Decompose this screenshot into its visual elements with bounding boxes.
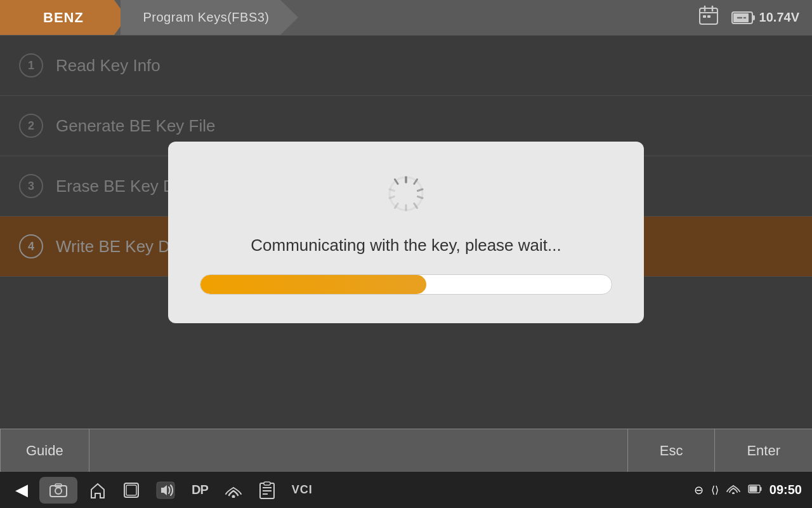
svg-rect-36 (749, 486, 757, 492)
system-time: 09:50 (769, 483, 802, 497)
svg-rect-26 (126, 485, 136, 495)
svg-rect-5 (707, 15, 710, 18)
progress-fill (200, 275, 426, 294)
system-status: ⊖ ⟨⟩ 09:50 (694, 483, 802, 497)
battery-status: 10.74V (731, 10, 799, 25)
guide-button[interactable]: Guide (0, 429, 89, 472)
sys-battery-icon (748, 483, 762, 497)
top-bar: BENZ Program Keys(FBS3) 10. (0, 0, 812, 35)
wifi-icon (726, 483, 740, 497)
svg-point-34 (732, 492, 735, 494)
code-icon: ⟨⟩ (711, 484, 719, 496)
modal-overlay: Communicating with the key, please wait.… (0, 36, 812, 429)
loading-spinner (386, 173, 426, 217)
tab-program-keys[interactable]: Program Keys(FBS3) (121, 0, 298, 35)
svg-rect-33 (264, 482, 270, 485)
svg-point-28 (232, 495, 235, 498)
svg-rect-8 (752, 15, 755, 20)
recents-button[interactable] (118, 482, 145, 498)
svg-rect-4 (703, 15, 706, 18)
home-button[interactable] (84, 481, 112, 499)
modal-box: Communicating with the key, please wait.… (168, 142, 644, 323)
top-right-status: 10.74V (698, 5, 812, 30)
battery-icon (731, 11, 756, 25)
enter-button[interactable]: Enter (714, 429, 812, 472)
tab-benz[interactable]: BENZ (0, 0, 127, 35)
dp-button[interactable]: DP (187, 483, 213, 497)
bottom-toolbar: Guide Esc Enter (0, 429, 812, 472)
screenshot-button[interactable] (39, 477, 77, 504)
system-bar: ◀ DP (0, 472, 812, 508)
svg-rect-37 (760, 487, 762, 491)
notes-button[interactable] (254, 481, 280, 499)
volume-button[interactable] (151, 481, 180, 499)
progress-bar-container (200, 274, 612, 295)
calendar-icon (698, 5, 719, 30)
back-button[interactable]: ◀ (10, 480, 33, 500)
signal-button[interactable] (219, 483, 247, 498)
svg-point-23 (55, 488, 62, 494)
vci-button[interactable]: VCI (287, 483, 318, 497)
modal-message: Communicating with the key, please wait.… (251, 236, 561, 255)
minus-circle-icon: ⊖ (694, 483, 704, 497)
main-content: 1 Read Key Info 2 Generate BE Key File 3… (0, 35, 812, 429)
esc-button[interactable]: Esc (627, 429, 715, 472)
